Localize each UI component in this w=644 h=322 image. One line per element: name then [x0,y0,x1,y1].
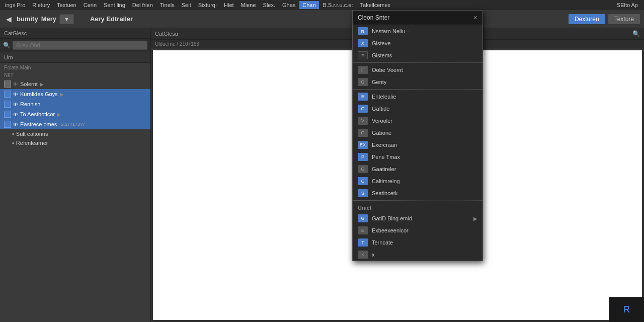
expand-arrow-3: ▶ [57,112,61,117]
item-label-gaatireler: Gaatireler [372,166,396,172]
eye-icon: 👁 [13,82,18,87]
tree-item-label: Solernt [20,81,38,87]
toolbar-dropdown-icon[interactable]: ▼ [59,14,74,24]
eye-icon-4: 👁 [13,112,18,117]
item-label-x: x [372,252,375,258]
section-label-unict: Unict [353,202,482,212]
sub-info: 2.277173?? [61,122,85,127]
menu-item-textuen[interactable]: Textuen [54,1,79,9]
expand-arrow: ▶ [40,82,44,87]
tab-texture[interactable]: Texture [608,14,640,24]
dropdown-item-oobe[interactable]: □ Oobe Veernt [353,64,482,76]
item-label-oobe: Oobe Veernt [372,67,403,73]
item-label-terncate: Terncate [372,239,393,246]
item-label-pene: Pene Tmax [372,154,400,160]
menu-item-ings-pro[interactable]: ings Pro [2,1,28,9]
dropdown-item-gisteve[interactable]: X Gisteve [353,37,482,49]
menu-item-sixturq[interactable]: Sixturq: [195,1,220,9]
center-header-label: CatGlesu [155,31,178,37]
checkbox-icon-blue-2 [4,101,11,108]
item-icon-gisteve: X [358,39,368,47]
tree-item-label-5: Eastrece omes [20,121,57,127]
search-icon: 🔍 [3,42,11,49]
item-label-gaftide: Gaftide [372,106,389,112]
item-label-genty: Genty [372,79,386,85]
dropdown-item-gaftide[interactable]: G Gaftide [353,103,482,115]
tree-item-refen[interactable]: • Refenlearner [0,138,150,147]
center-search-icon: 🔍 [632,30,640,37]
menu-item-tinels[interactable]: Tinels [157,1,178,9]
menu-item-seit[interactable]: Seit [179,1,194,9]
dropdown-close-button[interactable]: × [473,14,477,22]
left-panel: CatGlesc 🔍 Urn Polate-Main NIIT 👁 Solern… [0,28,151,322]
dropdown-item-verooler[interactable]: V Verooler [353,115,482,127]
menu-item-bsrruce[interactable]: B.S.r.r.u.c.e: [320,1,356,9]
menu-item-delfrien[interactable]: Del frien [129,1,156,9]
top-menubar: ings Pro Rletury Textuen Cerin Sent ling… [0,0,644,10]
toolbar-secondary: ◀ bumity Mery ▼ Aery Edtrailer Dexturen … [0,10,644,28]
item-icon-x: × [358,251,368,259]
tree-item-aestboticor[interactable]: 👁 To Aestboticor ▶ [0,109,150,119]
menu-item-slex[interactable]: Slex. [260,1,278,9]
search-input[interactable] [13,41,147,50]
item-icon-verooler: V [358,117,368,125]
menu-item-rletury[interactable]: Rletury [29,1,53,9]
menu-item-miene[interactable]: Miene [238,1,259,9]
dropdown-item-exercraan[interactable]: EX Exercraan [353,139,482,151]
eye-icon-2: 👁 [13,92,18,97]
dropdown-item-genty[interactable]: G Genty [353,76,482,88]
item-label-gabone: Gabone [372,130,391,136]
item-icon-nsstarn: N [358,27,368,35]
item-icon-oobe: □ [358,66,368,74]
dropdown-item-entelealie[interactable]: E Entelealie [353,91,482,103]
menu-item-cerin[interactable]: Cerin [80,1,100,9]
main-layout: CatGlesc 🔍 Urn Polate-Main NIIT 👁 Solern… [0,28,644,322]
menu-item-chan[interactable]: Chan [299,1,318,9]
item-icon-gistems: ≡ [358,51,368,59]
expand-arrow-2: ▶ [60,92,64,97]
item-icon-gaftide: G [358,105,368,113]
item-label-gistems: Gistems [372,52,392,58]
dropdown-item-gistems[interactable]: ≡ Gistems [353,49,482,61]
item-icon-pene: P [358,153,368,161]
dropdown-item-x[interactable]: × x [353,249,482,261]
item-icon-terncate: T [358,238,368,247]
tree-item-renhish[interactable]: 👁 Renhish [0,99,150,109]
dropdown-item-seatincetk[interactable]: S Seatincetk [353,187,482,199]
dropdown-arrow-icon: ▼ [64,16,69,22]
menu-item-ghas[interactable]: Ghas [279,1,298,9]
nit-label: NIIT [0,71,150,79]
dropdown-item-nsstarn[interactable]: N Nsstarn Neliu – [353,25,482,37]
dropdown-item-terncate[interactable]: T Terncate [353,236,482,249]
item-label-gisteve: Gisteve [372,40,390,46]
checkbox-icon [4,80,11,88]
item-icon-caltimreing: C [358,177,368,185]
back-button[interactable]: ◀ [4,14,14,24]
dropdown-item-pene[interactable]: P Pene Tmax [353,151,482,163]
menu-item-takellcemex[interactable]: Takellcemex [357,1,394,9]
dropdown-item-caltimreing[interactable]: C Caltimreing [353,175,482,187]
tab-dexturen[interactable]: Dexturen [569,14,605,24]
dropdown-item-exbeex[interactable]: E Exbeexeenicor [353,224,482,236]
item-icon-exbeex: E [358,226,368,234]
tree-item-label-3: Renhish [20,101,40,107]
tree-item-eastrece[interactable]: 👁 Eastrece omes 2.277173?? [0,119,150,129]
item-icon-genty: G [358,78,368,86]
checkbox-icon-blue-4 [4,121,11,128]
poly-menu-label: Polate-Main [0,63,150,71]
menu-right-label: SElto Ap [613,1,642,9]
checkbox-icon-blue [4,91,11,98]
tree-item-solernt[interactable]: 👁 Solernt ▶ [0,79,150,89]
dropdown-item-gatid[interactable]: G GatiD Bing emid. ▶ [353,212,482,224]
item-label-exbeex: Exbeexeenicor [372,227,409,233]
menu-item-hlet[interactable]: Hlet [221,1,237,9]
dropdown-item-gabone[interactable]: G Gabone [353,127,482,139]
tree-item-label-2: Kurnlides Goys [20,91,58,97]
tree-item-sult[interactable]: • Sult ealtonns [0,129,150,138]
tree-item-kurnlides[interactable]: 👁 Kurnlides Goys ▶ [0,89,150,99]
tree-item-label-6: Sult ealtonns [16,131,48,137]
menu-item-sentling[interactable]: Sent ling [101,1,128,9]
dropdown-title: Cleon Snter [358,14,389,21]
item-icon-exercraan: EX [358,141,368,149]
dropdown-item-gaatireler[interactable]: G Gaatireler [353,163,482,175]
